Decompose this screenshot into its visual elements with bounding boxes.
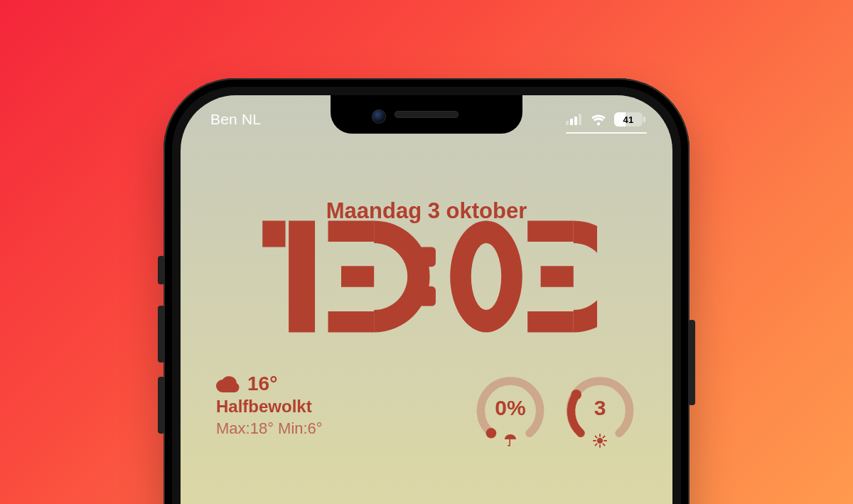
svg-line-14 <box>603 444 604 445</box>
umbrella-icon <box>473 434 547 448</box>
battery-indicator: 41 <box>614 112 643 127</box>
wallpaper-canvas: Ben NL <box>0 0 853 504</box>
lock-screen[interactable]: Ben NL <box>181 95 672 504</box>
weather-condition: Halfbewolkt <box>216 397 323 417</box>
svg-rect-4 <box>419 247 436 267</box>
earpiece-speaker <box>395 111 458 118</box>
uv-widget[interactable]: 3 <box>563 372 637 446</box>
svg-line-15 <box>596 444 597 445</box>
svg-rect-1 <box>570 119 573 125</box>
weather-widget[interactable]: 16° Halfbewolkt Max:18° Min:6° <box>216 372 323 438</box>
battery-percent: 41 <box>623 114 634 125</box>
phone-frame: Ben NL <box>163 78 690 504</box>
notch <box>331 95 522 134</box>
svg-line-13 <box>596 436 597 438</box>
wifi-icon <box>590 113 607 126</box>
front-camera-icon <box>372 109 386 124</box>
hotspot-indicator <box>566 132 647 134</box>
sun-icon <box>563 434 637 448</box>
svg-rect-5 <box>419 286 436 306</box>
power-button[interactable] <box>688 320 695 405</box>
lockscreen-widgets: 16° Halfbewolkt Max:18° Min:6° 0% <box>216 372 637 446</box>
svg-point-8 <box>597 438 603 444</box>
weather-hilo: Max:18° Min:6° <box>216 419 323 438</box>
precipitation-widget[interactable]: 0% <box>473 372 547 446</box>
cellular-icon <box>566 114 583 125</box>
svg-rect-0 <box>566 121 569 125</box>
volume-up[interactable] <box>158 306 165 363</box>
lockscreen-time[interactable] <box>181 220 672 333</box>
cloud-icon <box>216 375 240 392</box>
svg-line-16 <box>603 436 604 438</box>
weather-temp: 16° <box>247 372 277 395</box>
svg-rect-2 <box>574 117 577 125</box>
status-right: 41 <box>566 112 643 127</box>
carrier-label: Ben NL <box>210 111 261 128</box>
mute-switch[interactable] <box>158 256 165 284</box>
svg-rect-3 <box>579 114 581 125</box>
volume-down[interactable] <box>158 377 165 434</box>
